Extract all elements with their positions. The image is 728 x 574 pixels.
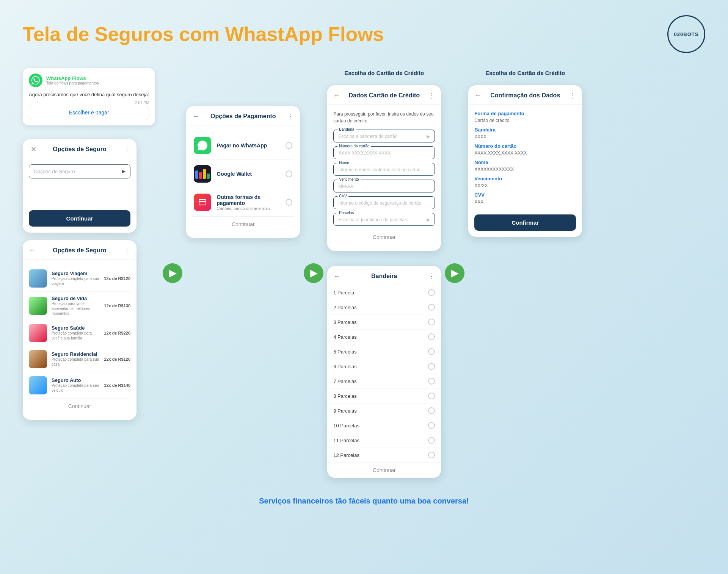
continuar-link-bandeira[interactable]: Continuar [327,463,441,478]
list-item[interactable]: 5 Parcelas [327,344,441,359]
list-item[interactable]: 7 Parcelas [327,374,441,389]
panel-header-4: ← Confirmação dos Dados ⋮ [468,85,582,105]
radio-parcela-7[interactable] [428,378,435,385]
list-item[interactable]: Seguro Viagem Proteção completa para sua… [29,266,130,292]
panel-body-3: Para prosseguir, por favor, insira os da… [327,105,441,251]
panel-header-1b: ← Opções de Seguro ⋮ [23,240,136,260]
panel-screen1-expanded: ← Opções de Seguro ⋮ Seguro Viagem Prote… [23,240,136,420]
logo-circle: 020BOTS [667,15,705,53]
list-item[interactable]: 8 Parcelas [327,389,441,404]
radio-whatsapp[interactable] [286,142,292,149]
field-expiry[interactable]: Vencimento MM/AA [333,180,435,192]
radio-parcela-1[interactable] [428,289,435,296]
screen3-column: Escolha do Cartão de Crédito ← Dados Car… [327,68,441,478]
footer-text: Serviços financeiros tão fáceis quanto u… [0,485,728,517]
radio-parcela-3[interactable] [428,319,435,325]
screen4-title-label: Escolha do Cartão de Crédito [468,68,582,78]
whatsapp-icon [29,74,42,87]
back-icon-4[interactable]: ← [474,92,483,100]
list-item[interactable]: 10 Parcelas [327,418,441,433]
saude-info: Seguro Saúde Proteção completa para você… [52,325,99,341]
menu-dots-icon-4[interactable]: ⋮ [567,91,576,100]
continuar-link-2[interactable]: Continuar [192,217,294,232]
confirm-section-number: Número do cartão XXXX.XXXX.XXXX.XXXX [474,143,576,156]
chat-cta[interactable]: Escolher e pagar [29,105,149,120]
radio-parcela-12[interactable] [428,452,435,458]
seguro-dropdown[interactable]: Opções de Seguro ▶ [29,164,130,178]
panel-header-3: ← Dados Cartão de Crédito ⋮ [327,85,441,105]
radio-parcela-10[interactable] [428,422,435,429]
panel-screen3-form: ← Dados Cartão de Crédito ⋮ Para prosseg… [327,85,441,251]
back-icon-1b[interactable]: ← [29,246,38,254]
residencial-img [29,350,47,368]
radio-parcela-2[interactable] [428,304,435,311]
arrow-3[interactable]: ▶ [445,263,464,283]
panel-body-1a: Opções de Seguro ▶ Continuar [23,158,136,233]
list-item[interactable]: Seguro Auto Proteção completa para seu v… [29,372,130,399]
google-pay-info: Google Wallet [217,171,280,177]
list-item[interactable]: 1 Parcela [327,285,441,300]
arrow-2[interactable]: ▶ [304,263,323,283]
whatsapp-pay-icon [194,137,211,154]
radio-parcela-9[interactable] [428,407,435,414]
confirmar-button[interactable]: Confirmar [474,214,576,231]
menu-dots-icon[interactable]: ⋮ [121,145,130,153]
list-item[interactable]: Seguro Saúde Proteção completa para você… [29,320,130,346]
back-icon-2[interactable]: ← [192,113,201,120]
back-icon-3[interactable]: ← [333,92,342,100]
list-item[interactable]: 3 Parcelas [327,315,441,330]
arrow-1[interactable]: ▶ [163,263,182,283]
list-item[interactable]: 12 Parcelas [327,448,441,463]
page-header: Tela de Seguros com WhastApp Flows 020BO… [0,0,728,61]
list-item[interactable]: 9 Parcelas [327,404,441,418]
chat-message: Agora precisamos que você defina qual se… [29,91,149,99]
list-item[interactable]: Seguro Residencial Proteção completa par… [29,346,130,372]
list-item[interactable]: 4 Parcelas [327,330,441,344]
left-column: WhatsApp Flows Tela do flows para pagame… [23,68,155,420]
radio-parcela-8[interactable] [428,393,435,399]
radio-parcela-11[interactable] [428,437,435,444]
back-icon-bandeira[interactable]: ← [333,272,342,280]
panel-header-bandeira: ← Bandeira ⋮ [327,266,441,285]
confirm-section-bandeira: Bandeira XXXX [474,127,576,139]
parcelas-list: 1 Parcela 2 Parcelas 3 Parcelas 4 Parcel… [327,285,441,463]
list-item[interactable]: Seguro de vida Proteção para você aprove… [29,292,130,320]
field-card-number[interactable]: Número do cartão XXXX.XXXX.XXXX.XXXX [333,146,435,159]
list-item[interactable]: 11 Parcelas [327,433,441,448]
viagem-img [29,269,47,288]
radio-parcela-4[interactable] [428,333,435,340]
panel-header-1a: ✕ Opções de Seguro ⋮ [23,139,136,158]
other-pay-info: Outras formas de pagamento Cartões, banc… [217,194,280,211]
parcelas-select-arrow: ▶ [427,217,430,222]
continuar-link-3[interactable]: Continuar [333,230,435,245]
dropdown-arrow-icon: ▶ [122,169,126,174]
menu-dots-icon-3[interactable]: ⋮ [426,91,435,100]
panel-screen2: ← Opções de Pagamento ⋮ Pagar no WhatsAp… [186,106,300,238]
radio-parcela-6[interactable] [428,363,435,370]
chat-time: 2:01 PM [29,101,149,105]
close-icon[interactable]: ✕ [29,145,38,153]
payment-other[interactable]: Outras formas de pagamento Cartões, banc… [192,188,294,217]
field-name[interactable]: Nome Informe o nome conforme está no car… [333,163,435,176]
auto-info: Seguro Auto Proteção completa para seu v… [52,377,99,393]
menu-dots-icon-bandeira[interactable]: ⋮ [426,272,435,280]
confirm-section-expiry: Vencimento XX/XX [474,176,576,188]
continuar-button-1a[interactable]: Continuar [29,210,130,227]
field-parcelas[interactable]: Parcelas Escolha a quantidade de parcela… [333,213,435,226]
payment-google[interactable]: Google Wallet [192,160,294,188]
list-item[interactable]: 6 Parcelas [327,359,441,374]
menu-dots-icon-2[interactable]: ⋮ [285,112,294,120]
panel-header-2: ← Opções de Pagamento ⋮ [186,106,300,125]
payment-whatsapp[interactable]: Pagar no WhatsApp [192,131,294,160]
field-bandeira[interactable]: Bandeira Escolha a bandeira do cartão ▶ [333,130,435,142]
radio-google[interactable] [286,170,292,177]
field-cvv[interactable]: CVV Informe o código de segurança do car… [333,196,435,209]
confirm-section-cvv: CVV XXX [474,192,576,205]
menu-dots-icon-1b[interactable]: ⋮ [121,246,130,255]
list-item[interactable]: 2 Parcelas [327,300,441,315]
radio-other[interactable] [286,199,292,206]
chat-bubble: WhatsApp Flows Tela do flows para pagame… [23,68,155,125]
continuar-link-1b[interactable]: Continuar [29,399,130,414]
screen4-column: Escolha do Cartão de Crédito ← Confirmaç… [468,68,582,237]
radio-parcela-5[interactable] [428,348,435,355]
